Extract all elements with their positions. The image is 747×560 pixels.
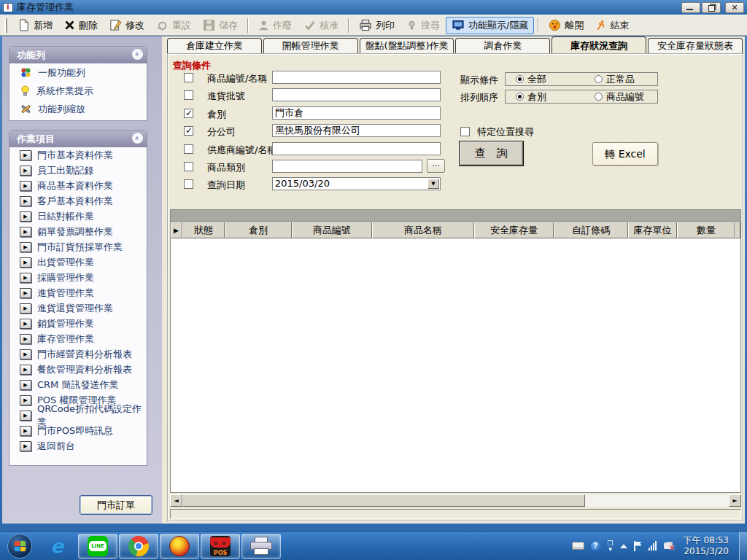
sidebar-operation-item[interactable]: ▶ 庫存管理作業 — [9, 331, 147, 346]
checkbox[interactable] — [184, 109, 193, 118]
taskbar-clock[interactable]: 下午 08:53 2015/3/20 — [684, 535, 729, 557]
sidebar-section-header[interactable]: 作業項目 « — [9, 131, 147, 147]
export-excel-button[interactable]: 轉 Excel — [592, 142, 658, 166]
void-button[interactable]: 作廢 — [252, 17, 298, 34]
sidebar-item-general-functions[interactable]: 一般功能列 — [9, 63, 147, 82]
collapse-chevron-icon[interactable]: « — [132, 133, 143, 144]
end-button[interactable]: 結束 — [589, 17, 635, 34]
tab[interactable]: 調倉作業 — [455, 38, 550, 53]
sidebar-operation-item[interactable]: ▶ 銷貨管理作業 — [9, 316, 147, 331]
sidebar-operation-item[interactable]: ▶ 出貨管理作業 — [9, 254, 147, 270]
store-order-button[interactable]: 門市訂單 — [80, 495, 152, 515]
dropdown-arrow-icon[interactable]: ▼ — [427, 179, 439, 189]
grid-column-header[interactable]: 商品名稱 — [372, 222, 474, 238]
scroll-left-arrow-icon[interactable]: ◄ — [170, 494, 182, 507]
edit-button[interactable]: 修改 — [104, 17, 150, 34]
print-button[interactable]: 列印 — [353, 17, 400, 34]
leave-button[interactable]: 離開 — [543, 17, 589, 34]
restore-button[interactable] — [702, 2, 721, 13]
toolbar-grip[interactable] — [4, 18, 7, 33]
checkbox[interactable] — [184, 90, 193, 100]
collapse-chevron-icon[interactable]: « — [132, 49, 143, 60]
tab[interactable]: 開帳管理作業 — [263, 38, 358, 53]
checkbox[interactable] — [184, 73, 193, 82]
sidebar-section-header[interactable]: 功能列 « — [9, 47, 147, 63]
sidebar-item-system-tips[interactable]: 系統作業提示 — [9, 82, 147, 100]
scroll-right-arrow-icon[interactable]: ► — [729, 494, 741, 507]
sidebar-operation-item[interactable]: ▶ 返回前台 — [9, 438, 147, 454]
taskbar-printer[interactable] — [241, 534, 281, 559]
sidebar-operation-item[interactable]: ▶ CRM 簡訊發送作業 — [9, 377, 147, 392]
grid-column-header[interactable]: 狀態 — [182, 222, 225, 238]
show-hidden-icons-icon[interactable] — [620, 544, 627, 548]
approve-button[interactable]: 核准 — [298, 17, 344, 34]
sidebar-operation-item[interactable]: ▶ 客戶基本資料作業 — [9, 193, 147, 209]
sidebar-operation-item[interactable]: ▶ 採購管理作業 — [9, 270, 147, 285]
signal-bars-icon[interactable] — [649, 541, 657, 551]
taskbar-internet-explorer[interactable]: e — [37, 534, 77, 559]
delete-button[interactable]: 刪除 — [58, 17, 104, 34]
network-disconnected-icon[interactable]: ✕ — [663, 541, 674, 551]
save-button[interactable]: 儲存 — [197, 17, 244, 34]
help-icon[interactable]: ? — [591, 541, 601, 551]
tab[interactable]: 庫存狀況查詢 — [551, 36, 646, 53]
grid-column-header[interactable]: 數量 — [677, 222, 735, 238]
search-query-button[interactable]: 查 詢 — [459, 141, 524, 166]
sidebar-operation-item[interactable]: ▶ QRCode折扣代碼設定作業 — [9, 408, 147, 423]
show-desktop-button[interactable] — [739, 532, 747, 560]
horizontal-scrollbar[interactable]: ◄ ► — [170, 494, 741, 507]
query-input[interactable] — [272, 88, 441, 101]
query-input[interactable]: 2015/03/20 ▼ — [272, 177, 441, 190]
reset-button[interactable]: 重設 — [150, 17, 197, 34]
action-center-flag-icon[interactable] — [634, 541, 642, 551]
toggle-function-panel-button[interactable]: 功能顯示/隱藏 — [446, 17, 534, 34]
taskbar-erp-app[interactable] — [160, 534, 199, 559]
sidebar-operation-item[interactable]: ▶ 進貨管理作業 — [9, 285, 147, 300]
grid-column-header[interactable]: 安全庫存量 — [474, 222, 554, 238]
grid-column-header[interactable]: 自訂條碼 — [554, 222, 628, 238]
restore-window-tray-icon[interactable]: ❐▾ — [608, 540, 614, 552]
tab[interactable]: 倉庫建立作業 — [167, 38, 262, 53]
radio-option[interactable]: 商品編號 — [595, 90, 644, 104]
query-input[interactable] — [272, 71, 441, 84]
sidebar-operation-item[interactable]: ▶ 門市經營資料分析報表 — [9, 346, 147, 362]
tab[interactable]: 盤點(盤點調整)作業 — [360, 38, 454, 53]
special-location-checkbox[interactable] — [460, 127, 470, 136]
sidebar-operation-item[interactable]: ▶ 餐飲管理資料分析報表 — [9, 362, 147, 377]
query-input[interactable] — [272, 142, 441, 155]
minimize-button[interactable] — [681, 2, 700, 13]
radio-option[interactable]: 正常品 — [595, 73, 635, 86]
query-input[interactable]: 黑快馬股份有限公司 — [272, 124, 441, 137]
checkbox[interactable] — [184, 179, 193, 189]
sidebar-item-function-zoom[interactable]: 功能列縮放 — [9, 100, 147, 118]
taskbar-chrome[interactable] — [119, 534, 158, 559]
start-button[interactable] — [3, 533, 36, 559]
grid-column-header[interactable]: 庫存單位 — [628, 222, 677, 238]
query-input[interactable] — [272, 160, 422, 173]
taskbar-pos-app[interactable]: o o POS — [201, 534, 240, 559]
query-input[interactable]: 門市倉 — [272, 106, 441, 120]
browse-button[interactable]: ... — [427, 159, 445, 173]
sidebar-operation-item[interactable]: ▶ 門市訂貨預採單作業 — [9, 239, 147, 254]
grid-body[interactable] — [171, 238, 740, 492]
radio-option[interactable]: 倉別 — [516, 90, 546, 104]
sidebar-operation-item[interactable]: ▶ 員工出勤記錄 — [9, 163, 147, 178]
checkbox[interactable] — [184, 126, 193, 136]
checkbox[interactable] — [184, 162, 193, 171]
sidebar-operation-item[interactable]: ▶ 進貨退貨管理作業 — [9, 300, 147, 316]
sidebar-operation-item[interactable]: ▶ 銷單發票調整作業 — [9, 224, 147, 239]
new-button[interactable]: 新增 — [12, 17, 58, 34]
touch-keyboard-icon[interactable] — [572, 542, 584, 550]
sidebar-operation-item[interactable]: ▶ 商品基本資料作業 — [9, 178, 147, 193]
grid-column-header[interactable]: 倉別 — [225, 222, 292, 238]
sidebar-operation-item[interactable]: ▶ 日結對帳作業 — [9, 209, 147, 224]
tab[interactable]: 安全庫存量狀態表 — [648, 38, 743, 53]
scrollbar-thumb[interactable] — [182, 494, 585, 507]
search-button-toolbar[interactable]: 搜尋 — [400, 17, 446, 34]
sidebar-operation-item[interactable]: ▶ 門市基本資料作業 — [9, 147, 147, 163]
radio-option[interactable]: 全部 — [516, 73, 546, 86]
taskbar-line[interactable]: LINE — [78, 534, 117, 559]
close-button[interactable] — [725, 2, 744, 13]
checkbox[interactable] — [184, 144, 193, 154]
grid-column-header[interactable]: 商品編號 — [292, 222, 372, 238]
